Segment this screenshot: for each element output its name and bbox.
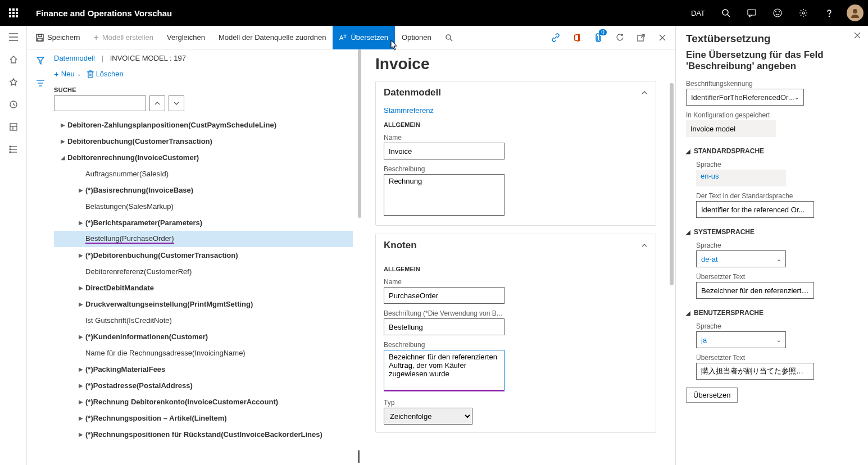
root-reference-link[interactable]: Stammreferenz bbox=[384, 106, 434, 115]
std-text-label: Der Text in der Standardsprache bbox=[696, 192, 858, 200]
user-text-input[interactable] bbox=[696, 363, 814, 380]
user-avatar[interactable] bbox=[842, 0, 868, 26]
nav-hamburger-icon[interactable] bbox=[0, 26, 27, 48]
tree-row[interactable]: ▶(*)Postadresse(PostalAddress) bbox=[54, 377, 353, 394]
description-textarea[interactable] bbox=[384, 174, 505, 216]
tree-row[interactable]: ▶(*)PackingMaterialFees bbox=[54, 361, 353, 377]
tree-row[interactable]: ▶(*)Berichtsparameter(Parameters) bbox=[54, 215, 353, 231]
splitter-handle[interactable] bbox=[358, 450, 360, 463]
tree-row[interactable]: Belastungen(SalesMarkup) bbox=[54, 198, 353, 215]
nav-favorites-icon[interactable] bbox=[0, 71, 27, 93]
tree-row[interactable]: Name für die Rechnungsadresse(InvoicingN… bbox=[54, 345, 353, 361]
tree-row[interactable]: Debitorenreferenz(CustomerRef) bbox=[54, 263, 353, 280]
datamodel-card-header[interactable]: Datenmodell bbox=[376, 81, 656, 104]
create-model-button[interactable]: +Modell erstellen bbox=[87, 26, 160, 49]
breadcrumb-link[interactable]: Datenmodell bbox=[54, 54, 95, 62]
svg-rect-22 bbox=[10, 124, 17, 130]
tree-row[interactable]: Ist Gutschrift(IsCreditNote) bbox=[54, 312, 353, 329]
search-icon[interactable] bbox=[713, 0, 739, 26]
name-input[interactable] bbox=[384, 143, 505, 159]
svg-rect-4 bbox=[12, 12, 15, 14]
link-icon[interactable] bbox=[545, 26, 566, 49]
svg-point-29 bbox=[10, 149, 11, 150]
search-button[interactable] bbox=[438, 26, 460, 49]
panel-close-icon[interactable] bbox=[853, 31, 861, 41]
node-desc-textarea[interactable] bbox=[384, 350, 505, 391]
tree-row[interactable]: Auftragsnummer(SalesId) bbox=[54, 166, 353, 182]
help-icon[interactable] bbox=[816, 0, 842, 26]
user-lang-dropdown[interactable]: ja⌄ bbox=[696, 331, 786, 348]
tree-panel: Datenmodell | INVOICE MODEL : 197 +Neu⌄ … bbox=[54, 49, 357, 465]
close-icon[interactable] bbox=[652, 26, 673, 49]
sys-text-input[interactable] bbox=[696, 282, 814, 299]
save-button[interactable]: Speichern bbox=[29, 26, 87, 49]
nav-modules-icon[interactable] bbox=[0, 138, 27, 161]
std-lang-value[interactable]: en-us bbox=[696, 170, 786, 186]
tree-scrollbar[interactable] bbox=[358, 49, 361, 218]
company-code[interactable]: DAT bbox=[683, 0, 713, 26]
tree-row[interactable]: ▶DirectDebitMandate bbox=[54, 280, 353, 296]
sys-lang-label: Sprache bbox=[696, 241, 858, 249]
saved-in-label: In Konfiguration gespeichert bbox=[686, 111, 858, 119]
search-next-button[interactable] bbox=[169, 95, 184, 111]
user-lang-label: Sprache bbox=[696, 322, 858, 330]
app-launcher[interactable] bbox=[0, 0, 27, 26]
tree-row[interactable]: ▶(*)Rechnungspositionen für Rückstand(Cu… bbox=[54, 426, 353, 443]
svg-point-30 bbox=[10, 152, 11, 153]
attachments-icon[interactable]: 0 bbox=[588, 26, 609, 49]
list-icon[interactable] bbox=[27, 72, 54, 94]
std-lang-label: Sprache bbox=[696, 161, 858, 168]
search-input[interactable] bbox=[54, 95, 146, 111]
tree-row[interactable]: ▶(*)Kundeninformationen(Customer) bbox=[54, 329, 353, 345]
saved-in-value bbox=[686, 120, 776, 137]
tree-row[interactable]: ▶Debitoren-Zahlungsplanpositionen(CustPa… bbox=[54, 117, 353, 133]
nav-workspaces-icon[interactable] bbox=[0, 116, 27, 138]
map-datasource-button[interactable]: Modell der Datenquelle zuordnen bbox=[212, 26, 333, 49]
filter-icon[interactable] bbox=[27, 49, 54, 72]
delete-button[interactable]: Löschen bbox=[87, 70, 124, 78]
sys-lang-section[interactable]: ◢SYSTEMSPRACHE bbox=[686, 228, 858, 236]
node-name-input[interactable] bbox=[384, 287, 505, 304]
svg-rect-5 bbox=[16, 12, 18, 14]
sys-lang-dropdown[interactable]: de-at⌄ bbox=[696, 250, 786, 267]
translate-button[interactable]: A文Übersetzen bbox=[333, 26, 394, 49]
caption-input[interactable] bbox=[384, 318, 505, 335]
detail-scrollbar[interactable] bbox=[670, 83, 674, 285]
user-lang-section[interactable]: ◢BENUTZERSPRACHE bbox=[686, 309, 858, 317]
tree-row[interactable]: ▶(*)Debitorenbuchung(CustomerTransaction… bbox=[54, 247, 353, 263]
tree-row[interactable]: ▶Debitorenbuchung(CustomerTransaction) bbox=[54, 133, 353, 149]
detail-panel: Invoice Datenmodell Stammreferenz ALLGEM… bbox=[362, 49, 670, 465]
nav-recent-icon[interactable] bbox=[0, 93, 27, 116]
options-button[interactable]: Optionen bbox=[395, 26, 438, 49]
compare-button[interactable]: Vergleichen bbox=[160, 26, 212, 49]
tree-row[interactable]: ▶(*)Rechnung Debitorenkonto(InvoiceCusto… bbox=[54, 394, 353, 410]
tree-row[interactable]: ◢Debitorenrechnung(InvoiceCustomer) bbox=[54, 149, 353, 166]
translate-action-button[interactable]: Übersetzen bbox=[686, 388, 738, 403]
svg-point-28 bbox=[10, 146, 11, 147]
std-text-input[interactable] bbox=[696, 201, 814, 218]
type-label: Typ bbox=[384, 399, 648, 407]
node-desc-label: Beschreibung bbox=[384, 341, 648, 349]
label-id-dropdown[interactable]: IdentifierForTheReferencedOr...⌄ bbox=[686, 89, 804, 106]
svg-rect-8 bbox=[16, 15, 18, 17]
nav-home-icon[interactable] bbox=[0, 48, 27, 71]
new-button[interactable]: +Neu⌄ bbox=[54, 69, 81, 79]
settings-icon[interactable] bbox=[790, 0, 816, 26]
tree-row[interactable]: ▶(*)Basisrechnung(InvoiceBase) bbox=[54, 182, 353, 198]
popout-icon[interactable] bbox=[630, 26, 652, 49]
std-lang-section[interactable]: ◢STANDARDSPRACHE bbox=[686, 147, 858, 155]
tree-row[interactable]: ▶(*)Rechnungsposition – Artikel(LineItem… bbox=[54, 410, 353, 426]
svg-point-9 bbox=[722, 10, 728, 15]
node-card-header[interactable]: Knoten bbox=[376, 234, 656, 257]
messages-icon[interactable] bbox=[739, 0, 765, 26]
type-select[interactable]: Zeichenfolge bbox=[384, 408, 472, 425]
tree: ▶Debitoren-Zahlungsplanpositionen(CustPa… bbox=[54, 117, 353, 465]
search-prev-button[interactable] bbox=[149, 95, 165, 111]
tree-row[interactable]: ▶Druckverwaltungseinstellung(PrintMgmtSe… bbox=[54, 296, 353, 312]
refresh-icon[interactable] bbox=[609, 26, 630, 49]
panel-title: Textübersetzung bbox=[686, 33, 858, 45]
feedback-icon[interactable] bbox=[765, 0, 790, 26]
office-icon[interactable] bbox=[566, 26, 588, 49]
svg-rect-1 bbox=[12, 8, 15, 11]
tree-row[interactable]: Bestellung(PurchaseOrder) bbox=[54, 231, 353, 247]
